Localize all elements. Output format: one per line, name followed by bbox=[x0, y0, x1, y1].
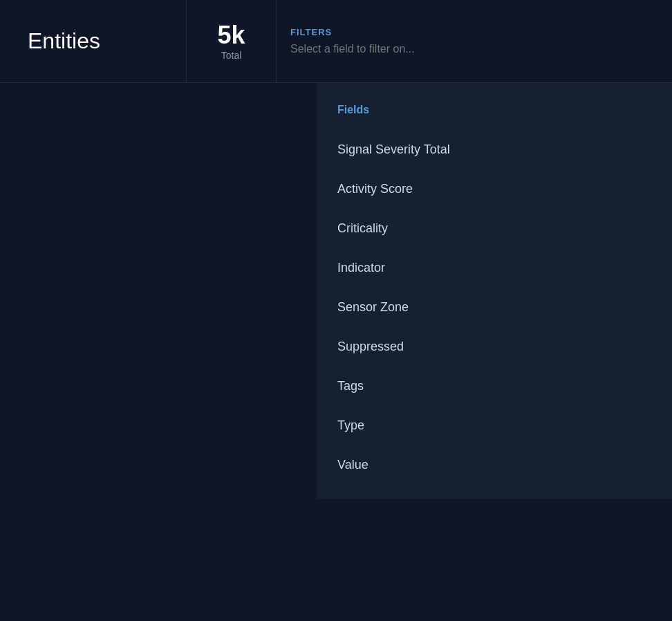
field-item[interactable]: Indicator bbox=[317, 248, 672, 288]
field-item[interactable]: Suppressed bbox=[317, 327, 672, 367]
page-header: Entities 5k Total FILTERS bbox=[0, 0, 672, 83]
fields-header: Fields bbox=[317, 97, 672, 130]
count-label: Total bbox=[221, 50, 242, 61]
field-item[interactable]: Value bbox=[317, 445, 672, 485]
count-section: 5k Total bbox=[187, 0, 277, 82]
entities-section: Entities bbox=[0, 0, 187, 82]
field-item[interactable]: Tags bbox=[317, 367, 672, 406]
field-item[interactable]: Type bbox=[317, 406, 672, 445]
filters-section[interactable]: FILTERS bbox=[277, 0, 672, 82]
field-item[interactable]: Activity Score bbox=[317, 169, 672, 209]
field-item[interactable]: Criticality bbox=[317, 209, 672, 248]
filters-label: FILTERS bbox=[290, 27, 658, 37]
field-item[interactable]: Sensor Zone bbox=[317, 288, 672, 327]
page-title: Entities bbox=[28, 28, 100, 54]
filter-input[interactable] bbox=[290, 43, 658, 55]
field-item[interactable]: Signal Severity Total bbox=[317, 130, 672, 169]
fields-dropdown: Fields Signal Severity TotalActivity Sco… bbox=[317, 83, 672, 499]
main-content bbox=[0, 83, 355, 621]
entity-count: 5k bbox=[217, 21, 245, 49]
